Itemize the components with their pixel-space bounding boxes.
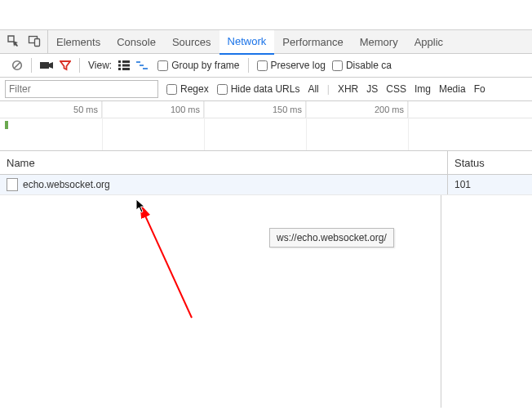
timeline-marker bbox=[5, 121, 8, 129]
tab-elements[interactable]: Elements bbox=[48, 30, 109, 53]
filter-type-all[interactable]: All bbox=[308, 83, 318, 95]
filter-bar: Regex Hide data URLs All | XHR JS CSS Im… bbox=[0, 78, 532, 101]
table-row[interactable]: echo.websocket.org 101 bbox=[0, 175, 532, 195]
tab-network[interactable]: Network bbox=[219, 30, 275, 55]
file-icon bbox=[7, 178, 18, 191]
svg-rect-10 bbox=[136, 61, 140, 63]
waterfall-icon[interactable] bbox=[136, 60, 151, 70]
view-label: View: bbox=[88, 60, 112, 71]
regex-label: Regex bbox=[180, 83, 209, 95]
inspect-icon[interactable] bbox=[7, 34, 20, 50]
filter-icon[interactable] bbox=[60, 60, 71, 71]
timeline-tick: 200 ms bbox=[306, 101, 408, 118]
svg-line-3 bbox=[14, 62, 20, 69]
column-header-name[interactable]: Name bbox=[0, 151, 448, 174]
timeline[interactable]: 50 ms 100 ms 150 ms 200 ms bbox=[0, 101, 532, 151]
filter-type-js[interactable]: JS bbox=[366, 83, 378, 95]
tab-performance[interactable]: Performance bbox=[274, 30, 351, 53]
filter-type-font[interactable]: Fo bbox=[474, 83, 485, 95]
filter-type-media[interactable]: Media bbox=[439, 83, 466, 95]
hide-data-urls-checkbox[interactable]: Hide data URLs bbox=[217, 83, 300, 95]
svg-rect-7 bbox=[122, 65, 130, 67]
request-table-header: Name Status bbox=[0, 151, 532, 175]
preserve-log-checkbox[interactable]: Preserve log bbox=[257, 60, 326, 71]
network-toolbar: View: Group by frame Preserve log Disabl… bbox=[0, 54, 532, 78]
svg-rect-5 bbox=[122, 60, 130, 63]
filter-input[interactable] bbox=[5, 80, 158, 98]
svg-rect-1 bbox=[35, 38, 40, 46]
large-rows-icon[interactable] bbox=[118, 60, 130, 70]
group-by-frame-label: Group by frame bbox=[171, 60, 239, 71]
clear-icon[interactable] bbox=[11, 60, 23, 71]
filter-type-css[interactable]: CSS bbox=[386, 83, 406, 95]
devtools-tabs: Elements Console Sources Network Perform… bbox=[0, 30, 532, 54]
url-tooltip: ws://echo.websocket.org/ bbox=[269, 228, 394, 248]
hide-data-urls-label: Hide data URLs bbox=[231, 83, 300, 95]
timeline-tick: 150 ms bbox=[204, 101, 306, 118]
filter-type-xhr[interactable]: XHR bbox=[338, 83, 358, 95]
group-by-frame-checkbox[interactable]: Group by frame bbox=[157, 60, 239, 71]
preserve-log-label: Preserve log bbox=[271, 60, 326, 71]
timeline-tick: 50 ms bbox=[0, 101, 102, 118]
tab-console[interactable]: Console bbox=[109, 30, 164, 53]
annotation-arrow bbox=[98, 195, 245, 334]
screenshot-icon[interactable] bbox=[40, 60, 53, 70]
regex-checkbox[interactable]: Regex bbox=[166, 83, 209, 95]
device-toolbar-icon[interactable] bbox=[28, 34, 41, 50]
svg-rect-6 bbox=[118, 65, 121, 67]
timeline-tick: 100 ms bbox=[102, 101, 204, 118]
request-name: echo.websocket.org bbox=[23, 179, 110, 190]
svg-rect-11 bbox=[140, 65, 144, 66]
svg-rect-8 bbox=[118, 68, 121, 70]
tab-memory[interactable]: Memory bbox=[352, 30, 406, 53]
column-header-status[interactable]: Status bbox=[448, 151, 532, 174]
svg-rect-12 bbox=[143, 68, 148, 69]
svg-line-13 bbox=[140, 205, 192, 318]
tab-application[interactable]: Applic bbox=[406, 30, 451, 53]
request-status: 101 bbox=[448, 175, 532, 194]
cursor-icon bbox=[135, 199, 147, 213]
svg-rect-4 bbox=[118, 60, 121, 63]
tab-sources[interactable]: Sources bbox=[164, 30, 219, 53]
filter-type-img[interactable]: Img bbox=[415, 83, 431, 95]
disable-cache-label: Disable ca bbox=[346, 60, 392, 71]
empty-body: ws://echo.websocket.org/ bbox=[0, 195, 532, 408]
svg-rect-9 bbox=[122, 68, 130, 70]
disable-cache-checkbox[interactable]: Disable ca bbox=[332, 60, 392, 71]
